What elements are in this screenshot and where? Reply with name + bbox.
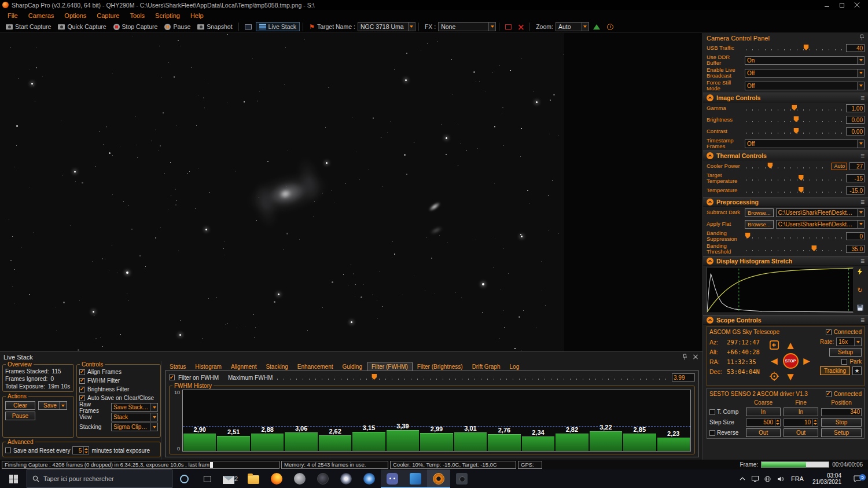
- section-menu-icon[interactable]: ≡: [860, 152, 865, 159]
- filter-on-fwhm-checkbox[interactable]: [169, 375, 175, 380]
- menu-options[interactable]: Options: [59, 11, 91, 20]
- language-indicator[interactable]: FRA: [787, 475, 808, 482]
- tab-drift-graph[interactable]: Drift Graph: [468, 362, 505, 370]
- scope-setup-button[interactable]: Setup: [829, 348, 862, 357]
- image-controls-header[interactable]: Image Controls ≡: [703, 93, 868, 102]
- out-fine-button[interactable]: Out: [784, 428, 818, 437]
- close-icon[interactable]: [854, 2, 860, 8]
- stacking-select[interactable]: Sigma Clipping: [111, 423, 158, 431]
- snapshot-button[interactable]: Snapshot: [194, 23, 235, 31]
- cooler-power-value[interactable]: 27: [849, 162, 865, 170]
- image-display-area[interactable]: [0, 33, 703, 351]
- menu-capture[interactable]: Capture: [91, 11, 124, 20]
- tab-guiding[interactable]: Guiding: [337, 362, 366, 370]
- cortana-button[interactable]: [172, 469, 196, 488]
- section-menu-icon[interactable]: ≡: [860, 94, 865, 101]
- banding-suppression-value[interactable]: 0: [846, 232, 865, 240]
- pause-stack-button[interactable]: Pause: [5, 412, 35, 420]
- cooler-auto-toggle[interactable]: Auto: [832, 163, 847, 170]
- zoom-select[interactable]: Auto: [556, 22, 589, 31]
- slew-to-target-icon[interactable]: [769, 340, 779, 351]
- focuser-driver-name[interactable]: SESTO SENSO 2 ASCOM driver V1.3: [709, 391, 823, 397]
- save-histogram-icon[interactable]: [857, 304, 863, 312]
- taskbar-app-discord[interactable]: [381, 469, 404, 488]
- pause-button[interactable]: Pause: [161, 23, 193, 31]
- save-dropdown-icon[interactable]: [60, 401, 67, 410]
- start-capture-button[interactable]: Start Capture: [3, 23, 54, 31]
- collapse-icon[interactable]: [707, 199, 713, 206]
- scope-driver-name[interactable]: ASCOM GS Sky Telescope: [709, 329, 823, 335]
- gamma-value[interactable]: 1.00: [846, 104, 865, 112]
- target-name-select[interactable]: NGC 3718 Uma: [358, 22, 415, 31]
- menu-scripting[interactable]: Scripting: [150, 11, 185, 20]
- banding-suppression-slider[interactable]: [745, 233, 844, 240]
- star-icon[interactable]: ★: [852, 366, 862, 375]
- stop-capture-button[interactable]: Stop Capture: [111, 23, 161, 31]
- close-icon[interactable]: [693, 355, 698, 359]
- cooler-power-slider[interactable]: [745, 163, 829, 170]
- brightness-filter-checkbox[interactable]: Brightness Filter: [79, 385, 158, 394]
- taskbar-app-galaxy-swirl[interactable]: [358, 469, 381, 488]
- apply-flat-select[interactable]: C:\Users\SharkFleet\Desktop\21_2...: [776, 220, 865, 229]
- fx-select[interactable]: None: [438, 22, 496, 31]
- scope-connected-checkbox[interactable]: [826, 329, 832, 335]
- slew-stop-button[interactable]: STOP: [783, 353, 799, 369]
- save-button[interactable]: Save: [38, 401, 60, 410]
- thermal-controls-header[interactable]: Thermal Controls ≡: [703, 151, 868, 160]
- maximum-fwhm-slider[interactable]: [276, 374, 668, 381]
- tab-alignment[interactable]: Alignment: [226, 362, 261, 370]
- reverse-checkbox[interactable]: Reverse: [709, 430, 743, 436]
- collapse-icon[interactable]: [707, 317, 713, 324]
- contrast-slider[interactable]: [745, 128, 844, 135]
- align-frames-checkbox[interactable]: Align Frames: [79, 368, 158, 376]
- timestamp-frames-select[interactable]: Off: [745, 140, 865, 148]
- focuser-stop-button[interactable]: Stop: [821, 418, 862, 427]
- raw-frames-select[interactable]: Save Stacked: [111, 403, 158, 412]
- slew-up-button[interactable]: ▲: [785, 340, 796, 351]
- brightness-value[interactable]: 0.00: [846, 116, 865, 124]
- tray-network-button[interactable]: [762, 476, 774, 482]
- minimize-icon[interactable]: [824, 2, 830, 8]
- section-menu-icon[interactable]: ≡: [860, 199, 865, 206]
- reset-stretch-icon[interactable]: ↻: [857, 287, 862, 294]
- pin-icon[interactable]: [682, 354, 687, 360]
- timer-button[interactable]: [604, 23, 616, 31]
- in-coarse-button[interactable]: In: [746, 408, 781, 416]
- force-still-select[interactable]: Off: [745, 82, 865, 90]
- subtract-dark-browse-button[interactable]: Browse...: [745, 208, 774, 217]
- auto-stretch-icon[interactable]: [857, 268, 863, 276]
- live-stack-button[interactable]: Live Stack: [256, 22, 300, 31]
- task-view-button[interactable]: [196, 469, 219, 488]
- action-center-button[interactable]: 5: [846, 475, 868, 482]
- ddr-buffer-select[interactable]: On: [745, 56, 865, 65]
- start-button[interactable]: [0, 469, 27, 488]
- section-menu-icon[interactable]: ≡: [860, 317, 865, 324]
- usb-traffic-value[interactable]: 40: [846, 44, 865, 52]
- taskbar-app-file-explorer[interactable]: [242, 469, 265, 488]
- tab-enhancement[interactable]: Enhancement: [293, 362, 338, 370]
- banding-threshold-slider[interactable]: [745, 245, 844, 252]
- menu-tools[interactable]: Tools: [124, 11, 150, 20]
- focuser-connected-checkbox[interactable]: [826, 391, 832, 397]
- collapse-icon[interactable]: [707, 152, 713, 159]
- display-mode-button[interactable]: [242, 24, 255, 30]
- menu-cameras[interactable]: Cameras: [23, 11, 60, 20]
- scope-controls-header[interactable]: Scope Controls ≡: [703, 315, 868, 325]
- t-comp-checkbox[interactable]: T. Comp: [709, 409, 743, 415]
- taskbar-clock[interactable]: 03:04 21/03/2021: [808, 472, 846, 486]
- fwhm-filter-checkbox[interactable]: FWHM Filter: [79, 376, 158, 385]
- taskbar-app-moon-gray[interactable]: [288, 469, 311, 488]
- tracking-button[interactable]: Tracking: [820, 366, 850, 375]
- subtract-dark-select[interactable]: C:\Users\SharkFleet\Desktop\dark...: [776, 208, 865, 217]
- menu-help[interactable]: Help: [185, 11, 209, 20]
- taskbar-app-eye[interactable]: [334, 469, 358, 488]
- tab-histogram[interactable]: Histogram: [190, 362, 226, 370]
- tray-volume-button[interactable]: [774, 476, 787, 482]
- histogram-plot[interactable]: [707, 267, 854, 313]
- slew-left-button[interactable]: ◄: [769, 355, 780, 366]
- section-menu-icon[interactable]: ≡: [860, 258, 865, 265]
- preprocessing-header[interactable]: Preprocessing ≡: [703, 197, 868, 207]
- slew-right-button[interactable]: ►: [801, 355, 812, 366]
- save-reset-checkbox[interactable]: [5, 447, 11, 453]
- taskbar-app-camera-dark[interactable]: [450, 469, 473, 488]
